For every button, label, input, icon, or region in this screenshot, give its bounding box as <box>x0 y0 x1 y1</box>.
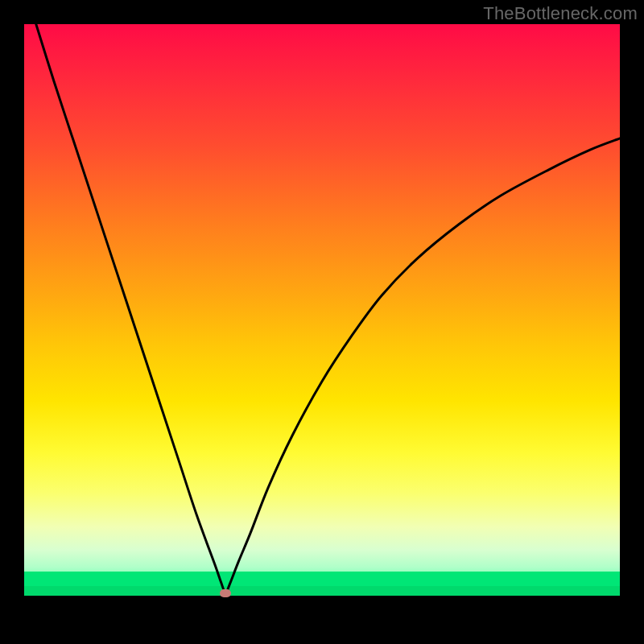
watermark-text: TheBottleneck.com <box>483 3 638 24</box>
plot-area <box>24 24 620 620</box>
minimum-marker <box>220 589 231 597</box>
bottleneck-curve <box>24 24 620 620</box>
